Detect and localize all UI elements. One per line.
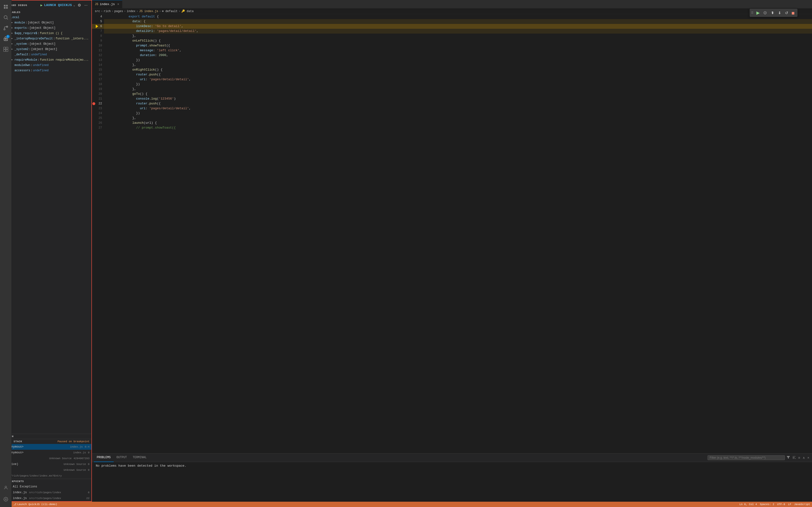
breadcrumb-indexjs[interactable]: JS index.js xyxy=(139,10,158,13)
code-line-27: 27 // prompt.showToast({ xyxy=(92,125,812,130)
problems-filter-input[interactable] xyxy=(708,455,785,460)
watch-section: ▾ WATCH xyxy=(0,434,91,439)
debug-step-over-btn[interactable] xyxy=(762,10,768,16)
debug-settings-btn[interactable]: ⚙ xyxy=(77,2,82,8)
breakpoint-line-22-marker xyxy=(92,102,95,105)
status-language[interactable]: JavaScript xyxy=(794,503,810,506)
callstack-item-3[interactable]: (native) Unknown Source 0 xyxy=(0,461,91,467)
line-gutter-14: 14 xyxy=(92,63,104,67)
svg-point-0 xyxy=(4,16,7,19)
panel-close-btn[interactable]: × xyxy=(807,455,810,460)
var-app-require[interactable]: ▶ $app_require$ : function () { xyxy=(0,31,91,36)
activity-debug[interactable] xyxy=(1,34,11,44)
watch-section-header[interactable]: ▾ WATCH xyxy=(0,434,91,439)
var-default[interactable]: ▶ _default : undefined xyxy=(0,52,91,57)
line-gutter-7: 7 xyxy=(92,30,104,33)
tab-close-icon[interactable]: × xyxy=(117,2,119,6)
tab-js-icon: JS xyxy=(95,3,98,6)
activity-search[interactable] xyxy=(1,12,11,22)
status-line-ending[interactable]: LF xyxy=(788,503,791,506)
activity-bottom-icons xyxy=(1,483,11,502)
breadcrumb-data[interactable]: 🔑 data xyxy=(182,9,194,13)
panel-chevron-up-btn[interactable]: ∧ xyxy=(802,455,806,460)
filter-icon-btn[interactable] xyxy=(786,455,791,461)
launch-config-badge[interactable]: ▶ Launch QuickJS ⌄ xyxy=(40,3,75,7)
svg-rect-6 xyxy=(6,47,8,49)
line-gutter-6: 6 xyxy=(92,25,104,28)
breadcrumb-src[interactable]: src xyxy=(95,10,100,13)
debug-continue-btn[interactable]: ▶ xyxy=(755,9,761,16)
tab-output-label: OUTPUT xyxy=(116,456,127,459)
status-encoding[interactable]: UTF-8 xyxy=(777,503,785,506)
line-gutter-4: 4 xyxy=(92,15,104,18)
line-gutter-18: 18 xyxy=(92,82,104,86)
tab-output[interactable]: OUTPUT xyxy=(114,454,130,462)
status-debug-label[interactable]: ⎇ Launch QuickJS (cli-demo) xyxy=(13,503,57,506)
toolbar-drag-handle[interactable]: ⠿ xyxy=(751,11,754,15)
var-require-module[interactable]: ▶ requireModule : function requireModule… xyxy=(0,57,91,63)
code-editor[interactable]: 4 export default { 5 data: { xyxy=(92,14,812,453)
callstack-status: Paused on breakpoint xyxy=(58,440,90,443)
tab-problems[interactable]: PROBLEMS xyxy=(94,454,114,462)
activity-accounts[interactable] xyxy=(1,483,11,493)
activity-bar xyxy=(0,0,12,502)
status-spaces[interactable]: Spaces: 2 xyxy=(760,503,774,506)
activity-source-control[interactable] xyxy=(1,23,11,33)
activity-settings[interactable] xyxy=(1,495,11,502)
line-content-27[interactable]: // prompt.showToast({ xyxy=(104,121,812,135)
variable-tree: ▾ Local ▶ module : [object Object] ▶ exp… xyxy=(0,15,91,73)
launch-chevron-icon: ⌄ xyxy=(73,4,75,7)
breadcrumb-pages[interactable]: pages xyxy=(114,10,123,13)
line-ending-text: LF xyxy=(788,503,791,506)
debug-step-out-btn[interactable] xyxy=(776,10,783,16)
line-gutter-13: 13 xyxy=(92,58,104,62)
var-module-own[interactable]: ▶ moduleOwn : undefined xyxy=(0,63,91,68)
status-bar: ⊗ 0 ⚠ 0 ⎇ Launch QuickJS (cli-demo) Ln 6… xyxy=(0,502,812,507)
breakpoints-header[interactable]: ▾ BREAKPOINTS xyxy=(0,479,91,484)
status-line-col[interactable]: Ln 6, Col 4 xyxy=(740,503,757,506)
line-gutter-25: 25 xyxy=(92,116,104,120)
debug-restart-btn[interactable]: ↺ xyxy=(783,10,790,16)
breadcrumb-default[interactable]: ⊕ default xyxy=(162,9,178,13)
callstack-item-1[interactable]: <anonymous> index.js 9 xyxy=(0,450,91,455)
var-accessors[interactable]: ▶ accessors : undefined xyxy=(0,68,91,73)
var-module[interactable]: ▶ module : [object Object] xyxy=(0,20,91,25)
line-gutter-9: 9 xyxy=(92,39,104,43)
callstack-item-4[interactable]: i Unknown Source 0 xyxy=(0,467,91,473)
debug-step-into-btn[interactable] xyxy=(769,10,776,16)
tab-filename: index.js xyxy=(100,2,115,6)
collapse-all-btn[interactable]: ≡ xyxy=(798,455,801,460)
wrap-toggle-btn[interactable] xyxy=(792,455,797,461)
var-system2[interactable]: ▶ _system2 : [object Object] xyxy=(0,47,91,52)
callstack-section: ▾ CALL STACK Paused on breakpoint <anony… xyxy=(0,439,91,479)
debug-stop-btn[interactable]: ◼ xyxy=(790,10,796,16)
activity-extensions[interactable] xyxy=(1,45,11,54)
tab-index-js[interactable]: JS index.js × xyxy=(92,0,122,8)
var-system[interactable]: ▶ _system : [object Object] xyxy=(0,41,91,47)
callstack-item-5[interactable]: /src/rich/pages/index/index.mx?Entry xyxy=(0,473,91,479)
breakpoint-item-0[interactable]: index.js src/rich/pages/index 6 xyxy=(0,490,91,495)
callstack-header[interactable]: ▾ CALL STACK Paused on breakpoint xyxy=(0,439,91,444)
svg-point-2 xyxy=(4,29,5,30)
breadcrumb-rich[interactable]: rich xyxy=(104,10,111,13)
breadcrumb-index[interactable]: index xyxy=(127,10,136,13)
tab-terminal[interactable]: TERMINAL xyxy=(130,454,150,462)
debug-branch-icon: ⎇ xyxy=(13,503,16,506)
activity-explorer[interactable] xyxy=(1,2,11,12)
debug-more-btn[interactable]: ··· xyxy=(84,3,89,8)
var-exports[interactable]: ▶ exports : [object Object] xyxy=(0,25,91,31)
breakpoint-item-1[interactable]: index.js src/rich/pages/index 22 xyxy=(0,495,91,501)
problems-message: No problems have been detected in the wo… xyxy=(96,464,186,468)
debug-toolbar: ⠿ ▶ ↺ ◼ xyxy=(750,9,798,17)
line-gutter-12: 12 xyxy=(92,54,104,57)
line-gutter-8: 8 xyxy=(92,34,104,38)
local-scope-item[interactable]: ▾ Local xyxy=(0,15,91,20)
callstack-item-2[interactable]: xt Unknown Source 4294967293 xyxy=(0,455,91,461)
variables-section-header[interactable]: ▾ VARIABLES xyxy=(0,10,91,15)
callstack-item-0[interactable]: <anonymous> index.js 6:4 xyxy=(0,444,91,450)
panel-tab-actions: ≡ ∧ × xyxy=(708,455,810,461)
encoding-text: UTF-8 xyxy=(777,503,785,506)
sidebar-header: RUN AND DEBUG ▶ Launch QuickJS ⌄ ⚙ ··· xyxy=(0,0,91,10)
var-interop[interactable]: ▶ _interopRequireDefault : function _int… xyxy=(0,36,91,41)
all-exceptions-item[interactable]: All Exceptions xyxy=(0,484,91,490)
